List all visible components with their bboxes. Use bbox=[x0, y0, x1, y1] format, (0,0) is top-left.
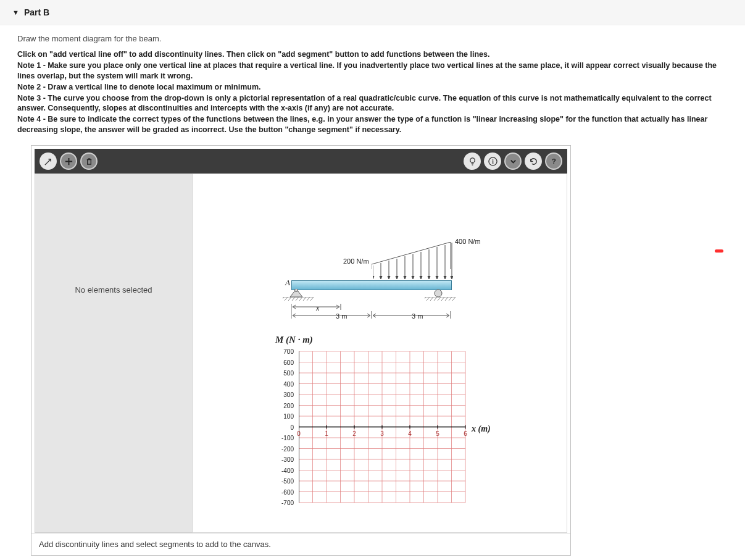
collapse-button[interactable] bbox=[504, 153, 522, 170]
selection-panel: No elements selected bbox=[35, 173, 193, 533]
beam-figure: A B 200 N/m 400 N/m bbox=[279, 211, 483, 335]
instr-intro: Click on "add vertical line off" to add … bbox=[17, 49, 728, 60]
svg-line-30 bbox=[430, 297, 433, 301]
status-bar: Add discontinuity lines and select segme… bbox=[31, 533, 570, 555]
add-vector-button[interactable] bbox=[40, 153, 57, 170]
chart-y-axis-title: M (N · m) bbox=[275, 335, 520, 345]
moment-chart[interactable]: M (N · m) 7006005004003002001000-100-200… bbox=[273, 335, 520, 509]
dim-label-left: 3 m bbox=[336, 312, 347, 320]
ground-hatch-right bbox=[425, 297, 456, 303]
no-selection-text: No elements selected bbox=[75, 285, 152, 295]
hint-button[interactable] bbox=[464, 153, 481, 170]
chart-grid[interactable] bbox=[299, 351, 484, 507]
svg-line-24 bbox=[303, 297, 306, 301]
dim-label-right: 3 m bbox=[412, 312, 423, 320]
load-label-right: 400 N/m bbox=[455, 238, 481, 245]
load-arrows bbox=[373, 242, 453, 283]
red-marker bbox=[715, 249, 723, 253]
instr-note1: Note 1 - Make sure you place only one ve… bbox=[17, 61, 728, 81]
svg-text:i: i bbox=[492, 159, 494, 165]
part-header[interactable]: ▼ Part B bbox=[0, 0, 745, 25]
reset-button[interactable] bbox=[525, 153, 542, 170]
svg-line-28 bbox=[425, 297, 426, 301]
dim-label-x: x bbox=[316, 304, 319, 313]
ground-hatch-left bbox=[283, 297, 314, 303]
instructions-block: Click on "add vertical line off" to add … bbox=[17, 49, 728, 135]
instr-note2: Note 2 - Draw a vertical line to denote … bbox=[17, 82, 728, 93]
svg-point-0 bbox=[470, 157, 475, 162]
drawing-tool-frame: i ? No eleme bbox=[31, 145, 571, 556]
toolbar: i ? bbox=[35, 149, 567, 173]
svg-point-15 bbox=[295, 289, 298, 292]
svg-line-29 bbox=[427, 297, 430, 301]
support-label-a: A bbox=[285, 278, 290, 288]
svg-line-25 bbox=[307, 297, 310, 301]
svg-line-23 bbox=[299, 297, 302, 301]
info-button[interactable]: i bbox=[484, 153, 501, 170]
collapse-triangle-icon[interactable]: ▼ bbox=[12, 9, 19, 16]
svg-line-20 bbox=[288, 297, 291, 301]
delete-button[interactable] bbox=[80, 153, 98, 170]
part-title: Part B bbox=[24, 7, 49, 17]
svg-line-22 bbox=[296, 297, 299, 301]
svg-line-32 bbox=[438, 297, 441, 301]
svg-line-34 bbox=[445, 297, 448, 301]
instr-note4: Note 4 - Be sure to indicate the correct… bbox=[17, 114, 728, 135]
beam-body bbox=[291, 280, 452, 290]
svg-text:?: ? bbox=[552, 157, 556, 165]
svg-line-26 bbox=[310, 297, 314, 301]
add-element-button[interactable] bbox=[60, 153, 77, 170]
drawing-canvas[interactable]: A B 200 N/m 400 N/m bbox=[193, 173, 567, 533]
load-label-left: 200 N/m bbox=[343, 257, 369, 265]
dimension-row: x 3 m 3 m bbox=[291, 304, 452, 324]
help-button[interactable]: ? bbox=[545, 153, 562, 170]
svg-line-19 bbox=[285, 297, 288, 301]
svg-line-31 bbox=[434, 297, 437, 301]
svg-line-35 bbox=[449, 297, 452, 301]
chart-x-axis-title: x (m) bbox=[472, 424, 491, 434]
svg-line-21 bbox=[292, 297, 295, 301]
svg-line-18 bbox=[283, 297, 284, 301]
svg-line-36 bbox=[452, 297, 456, 301]
svg-point-16 bbox=[435, 290, 442, 297]
prompt-text: Draw the moment diagram for the beam. bbox=[17, 34, 728, 43]
svg-line-33 bbox=[441, 297, 444, 301]
instr-note3: Note 3 - The curve you choose from the d… bbox=[17, 93, 728, 114]
